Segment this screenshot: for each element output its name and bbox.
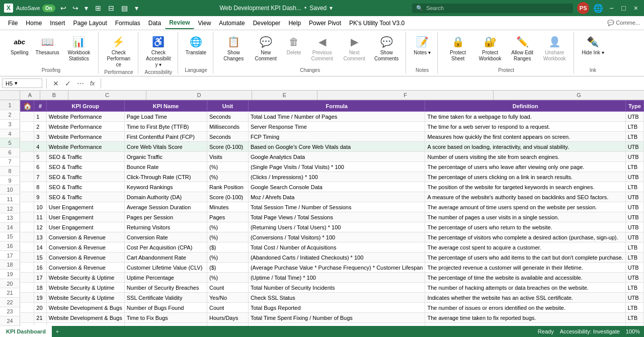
cell-6-4[interactable]: Visits (207, 152, 249, 162)
cell-5-0[interactable] (21, 142, 34, 152)
cell-3-3[interactable]: Time to First Byte (TTFB) (124, 122, 207, 132)
cell-14-2[interactable]: Conversion & Revenue (46, 232, 124, 242)
menu-pk-utility[interactable]: PK's Utility Tool V3.0 (345, 18, 409, 29)
cell-11-2[interactable]: User Engagement (46, 202, 124, 212)
cell-2-0[interactable] (21, 112, 34, 122)
cell-18-7[interactable]: UTB (625, 273, 643, 283)
cell-8-7[interactable]: UTB (625, 172, 643, 182)
cell-14-0[interactable] (21, 232, 34, 242)
cell-7-1[interactable]: 6 (34, 162, 47, 172)
cell-12-4[interactable]: Pages (207, 212, 249, 222)
menu-data[interactable]: Data (144, 18, 165, 29)
cell-17-5[interactable]: (Average Purchase Value * Purchase Frequ… (248, 263, 425, 273)
cell-4-6[interactable]: Measures how quickly the first content a… (425, 132, 625, 142)
cell-17-7[interactable]: UTB (625, 263, 643, 273)
table-row[interactable]: 12User EngagementReturning Visitors(%)(R… (21, 222, 644, 232)
quick-access-button[interactable]: ▾ (83, 3, 90, 13)
table-row[interactable]: 22Website Development & BugsDeployment F… (21, 323, 644, 326)
table-row[interactable]: 7SEO & TrafficClick-Through Rate (CTR)(%… (21, 172, 644, 182)
row-num-11[interactable]: 11 (0, 195, 20, 204)
menu-home[interactable]: Home (22, 18, 46, 29)
cell-9-2[interactable]: SEO & Traffic (46, 182, 124, 192)
cell-16-1[interactable]: 15 (34, 252, 47, 263)
cell-22-6[interactable]: The average time taken to fix reported b… (425, 313, 625, 323)
spelling-button[interactable]: abc Spelling (8, 32, 31, 57)
cell-16-6[interactable]: The percentage of users who add items to… (425, 252, 625, 263)
cell-16-0[interactable] (21, 252, 34, 263)
cell-3-2[interactable]: Website Performance (46, 122, 124, 132)
cell-5-3[interactable]: Core Web Vitals Score (124, 142, 207, 152)
col-header-d[interactable]: D (146, 91, 252, 100)
formula-input[interactable] (105, 79, 642, 88)
cell-20-3[interactable]: SSL Certificate Validity (124, 293, 207, 303)
cell-12-1[interactable]: 11 (34, 212, 47, 222)
cell-11-1[interactable]: 10 (34, 202, 47, 212)
cell-15-1[interactable]: 14 (34, 242, 47, 252)
cell-5-5[interactable]: Based on Google's Core Web Vitals data (248, 142, 425, 152)
table-row[interactable]: 13Conversion & RevenueConversion Rate(%)… (21, 232, 644, 242)
cell-15-2[interactable]: Conversion & Revenue (46, 242, 124, 252)
menu-help[interactable]: Help (284, 18, 305, 29)
translate-button[interactable]: 🌐 Translate (183, 32, 209, 57)
cell-8-0[interactable] (21, 172, 34, 182)
cell-12-5[interactable]: Total Page Views / Total Sessions (248, 212, 425, 222)
cell-17-0[interactable] (21, 263, 34, 273)
cell-3-4[interactable]: Milliseconds (207, 122, 249, 132)
cell-16-5[interactable]: (Abandoned Carts / Initiated Checkouts) … (248, 252, 425, 263)
cell-21-1[interactable]: 20 (34, 303, 47, 313)
cell-5-7[interactable]: UTB (625, 142, 643, 152)
cell-19-6[interactable]: The number of hacking attempts or data b… (425, 283, 625, 293)
cell-22-2[interactable]: Website Development & Bugs (46, 313, 124, 323)
table-row[interactable]: 15Conversion & RevenueCart Abandonment R… (21, 252, 644, 263)
format-button[interactable]: ⊟ (106, 3, 116, 13)
cell-6-6[interactable]: Number of users visiting the site from s… (425, 152, 625, 162)
cell-21-2[interactable]: Website Development & Bugs (46, 303, 124, 313)
row-num-7[interactable]: 7 (0, 157, 20, 167)
row-num-6[interactable]: 6 (0, 148, 20, 157)
cell-2-5[interactable]: Total Load Time / Number of Pages (248, 112, 425, 122)
sheet-tab-active[interactable]: KPI Dashboard (0, 326, 52, 337)
search-input[interactable] (426, 5, 569, 11)
globe-icon[interactable]: 🌐 (593, 4, 603, 13)
undo-button[interactable]: ↩ (58, 3, 68, 13)
table-row[interactable]: 1Website PerformancePage Load TimeSecond… (21, 112, 644, 122)
cell-19-4[interactable]: Count (207, 283, 249, 293)
cell-16-3[interactable]: Cart Abandonment Rate (124, 252, 207, 263)
cell-9-4[interactable]: Rank Position (207, 182, 249, 192)
row-num-22[interactable]: 22 (0, 298, 20, 307)
cell-15-3[interactable]: Cost Per Acquisition (CPA) (124, 242, 207, 252)
col-header-e[interactable]: E (252, 91, 317, 100)
cell-20-0[interactable] (21, 293, 34, 303)
name-box-dropdown[interactable]: ▾ (15, 80, 18, 87)
cell-9-3[interactable]: Keyword Rankings (124, 182, 207, 192)
cell-10-3[interactable]: Domain Authority (DA) (124, 192, 207, 202)
row-num-2[interactable]: 2 (0, 110, 20, 120)
notes-button[interactable]: 📝 Notes ▾ (411, 32, 433, 57)
comment-button[interactable]: 💬 Comme... (607, 20, 640, 26)
cell-16-2[interactable]: Conversion & Revenue (46, 252, 124, 263)
cell-16-4[interactable]: (%) (207, 252, 249, 263)
row-num-12[interactable]: 12 (0, 204, 20, 214)
next-comment-button[interactable]: ▶ Next Comment (339, 32, 369, 63)
cell-14-3[interactable]: Conversion Rate (124, 232, 207, 242)
row-num-10[interactable]: 10 (0, 185, 20, 195)
cell-9-6[interactable]: The position of the website for targeted… (425, 182, 625, 192)
table-row[interactable]: 4Website PerformanceCore Web Vitals Scor… (21, 142, 644, 152)
cell-15-4[interactable]: ($) (207, 242, 249, 252)
cell-9-7[interactable]: LTB (625, 182, 643, 192)
cell-10-5[interactable]: Moz / Ahrefs Data (248, 192, 425, 202)
row-num-3[interactable]: 3 (0, 120, 20, 129)
cell-2-4[interactable]: Seconds (207, 112, 249, 122)
cell-18-1[interactable]: 17 (34, 273, 47, 283)
cell-17-3[interactable]: Customer Lifetime Value (CLV) (124, 263, 207, 273)
cell-20-4[interactable]: Yes/No (207, 293, 249, 303)
filter-button[interactable]: ▤ (119, 3, 130, 13)
cell-18-4[interactable]: (%) (207, 273, 249, 283)
cell-8-2[interactable]: SEO & Traffic (46, 172, 124, 182)
prev-comment-button[interactable]: ◀ Previous Comment (307, 32, 337, 63)
table-row[interactable]: 2Website PerformanceTime to First Byte (… (21, 122, 644, 132)
cell-6-1[interactable]: 5 (34, 152, 47, 162)
close-button[interactable]: × (632, 3, 640, 13)
cell-23-7[interactable]: UTB (625, 323, 643, 326)
cell-17-4[interactable]: ($) (207, 263, 249, 273)
